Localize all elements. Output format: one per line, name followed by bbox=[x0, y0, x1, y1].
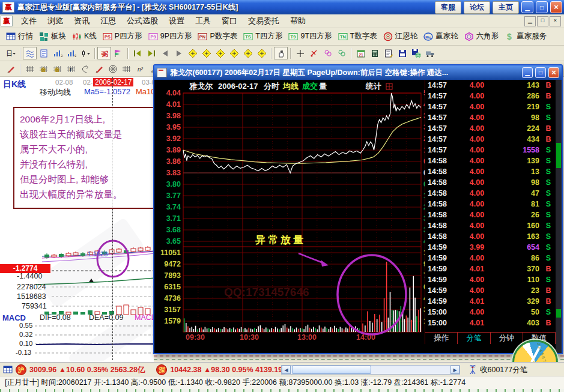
intraday-popup-window[interactable]: 雅戈尔(600177) 2006年02月17日 星期五 PageUp/Down:… bbox=[153, 64, 563, 354]
tab-minute[interactable]: 分钟 bbox=[491, 333, 523, 344]
forum-button[interactable]: 论坛 bbox=[464, 1, 490, 14]
toolbar-button-wheel[interactable]: 江恩轮 bbox=[381, 30, 422, 43]
mdi-close-button[interactable]: × bbox=[550, 16, 561, 26]
menu-item-窗口[interactable]: 窗口 bbox=[216, 16, 243, 26]
toolbar-button-hexagon[interactable]: 六角形 bbox=[462, 30, 503, 43]
mdi-restore-button[interactable]: □ bbox=[537, 16, 548, 26]
toolbar-button-blocks[interactable]: 板块 bbox=[37, 30, 70, 43]
tick-price: 4.00 bbox=[461, 157, 493, 165]
hash-tool-button[interactable] bbox=[23, 62, 37, 75]
svg-text:3.86: 3.86 bbox=[166, 157, 181, 166]
candle-tool-button[interactable] bbox=[78, 47, 92, 59]
hash-f-tool-button[interactable]: F bbox=[64, 62, 78, 75]
toolbar-button-bigwheel[interactable]: Big赢家轮 bbox=[421, 30, 462, 43]
calendar-tool-button[interactable]: 21 bbox=[354, 47, 368, 59]
receive-status-text[interactable]: 收600177分笔 bbox=[480, 365, 527, 375]
menu-item-资讯[interactable]: 资讯 bbox=[68, 16, 95, 26]
gann-tool-button[interactable]: 弼 bbox=[97, 47, 111, 59]
toolbar-button-badge-ts[interactable]: TST四方形 bbox=[241, 30, 286, 43]
truck-tool-button[interactable] bbox=[423, 47, 437, 59]
calc-tool-button[interactable] bbox=[368, 47, 381, 59]
toolbar-button-badge-tn[interactable]: TNT数字表 bbox=[336, 30, 381, 43]
svg-text:P9: P9 bbox=[150, 34, 156, 40]
magtool-tool-button[interactable] bbox=[321, 47, 335, 59]
brush-tool-button[interactable] bbox=[92, 62, 106, 75]
brush-tool-button[interactable] bbox=[4, 62, 17, 75]
popup-titlebar[interactable]: 雅戈尔(600177) 2006年02月17日 星期五 PageUp/Down:… bbox=[154, 65, 562, 80]
popup-close-button[interactable]: × bbox=[548, 67, 559, 78]
wave3-tool-button[interactable]: 3 bbox=[50, 47, 64, 59]
popup-maximize-button[interactable]: □ bbox=[535, 67, 546, 78]
nav-last-tool-button[interactable] bbox=[144, 47, 158, 59]
tick-side: B bbox=[544, 319, 553, 327]
hand-tool-button[interactable] bbox=[274, 47, 288, 59]
diamond-tool-button[interactable] bbox=[255, 47, 268, 59]
popup-scrollbar[interactable] bbox=[556, 80, 562, 353]
scrollbar-thumb[interactable] bbox=[292, 366, 371, 374]
note-tool-button[interactable] bbox=[37, 47, 50, 59]
period-label[interactable]: 日K线 bbox=[3, 79, 26, 90]
macd-label[interactable]: MACD bbox=[2, 313, 26, 322]
cross-tool-button[interactable] bbox=[293, 47, 307, 59]
menu-item-江恩[interactable]: 江恩 bbox=[95, 16, 121, 26]
hash-gold-tool-button[interactable]: 金 bbox=[37, 62, 50, 75]
nav-next-tool-button[interactable] bbox=[172, 47, 186, 59]
homepage-button[interactable]: 主页 bbox=[493, 1, 519, 14]
customer-service-button[interactable]: 客服 bbox=[435, 1, 461, 14]
minimize-button[interactable]: ▁ bbox=[521, 1, 533, 13]
tick-price: 4.00 bbox=[461, 113, 493, 122]
diamond-tool-button[interactable] bbox=[227, 47, 241, 59]
tick-list-panel[interactable]: 14:574.00143B14:574.00286B14:574.00219S1… bbox=[425, 80, 556, 332]
menu-item-设置[interactable]: 设置 bbox=[163, 16, 190, 26]
curl-tool-button[interactable] bbox=[78, 62, 92, 75]
scrollbar-thumb[interactable] bbox=[556, 143, 561, 168]
menu-item-工具[interactable]: 工具 bbox=[190, 16, 216, 26]
menu-item-文件[interactable]: 文件 bbox=[16, 16, 42, 26]
horizontal-scrollbar[interactable]: ◀ ▶ bbox=[281, 365, 460, 375]
day-tool-button[interactable]: 日 bbox=[4, 47, 17, 59]
nav-prev-tool-button[interactable] bbox=[158, 47, 172, 59]
wave9-tool-button[interactable]: 9 bbox=[64, 47, 78, 59]
globe-tool-button[interactable] bbox=[409, 47, 423, 59]
quote-grid-icon[interactable] bbox=[3, 365, 13, 375]
net-tool-button[interactable] bbox=[23, 47, 37, 59]
diamond-tool-button[interactable] bbox=[213, 47, 227, 59]
toolbar-button-badge-t9[interactable]: T99T四方形 bbox=[286, 30, 335, 43]
menu-item-公式选股[interactable]: 公式选股 bbox=[121, 16, 163, 26]
mdi-minimize-button[interactable]: ▁ bbox=[524, 16, 536, 26]
diamond-tool-button[interactable] bbox=[199, 47, 213, 59]
diamond-tool-button[interactable] bbox=[186, 47, 199, 59]
hash-tool-button[interactable] bbox=[120, 62, 133, 75]
notepad-tool-button[interactable] bbox=[381, 47, 395, 59]
n2-tool-button[interactable]: n² bbox=[133, 62, 147, 75]
toolbar-button-badge-ps[interactable]: PSP四方形 bbox=[100, 30, 146, 43]
tab-tick[interactable]: 分笔 bbox=[458, 333, 490, 344]
toolbar-button-dollar[interactable]: $赢家服务 bbox=[502, 30, 550, 43]
close-button[interactable]: × bbox=[550, 1, 562, 13]
flag-tool-button[interactable] bbox=[111, 47, 125, 59]
greentool-tool-button[interactable] bbox=[335, 47, 348, 59]
tick-price: 4.00 bbox=[461, 222, 493, 230]
scroll-right-arrow[interactable]: ▶ bbox=[450, 366, 459, 374]
menu-item-交易委托[interactable]: 交易委托 bbox=[243, 16, 285, 26]
wheel-hash-tool-button[interactable] bbox=[106, 62, 120, 75]
menu-item-浏览[interactable]: 浏览 bbox=[42, 16, 68, 26]
toolbar-button-candles[interactable]: K线 bbox=[70, 30, 100, 43]
nav-first-tool-button[interactable] bbox=[130, 47, 144, 59]
tick-volume: 434 bbox=[493, 135, 544, 143]
hash-gold-tool-button[interactable]: 金 bbox=[50, 62, 64, 75]
toolbar-button-grid[interactable]: 行情 bbox=[4, 30, 37, 43]
scroll-left-arrow[interactable]: ◀ bbox=[282, 366, 291, 374]
diamond-tool-button[interactable] bbox=[241, 47, 255, 59]
disk-tool-button[interactable] bbox=[395, 47, 409, 59]
popup-minimize-button[interactable]: ▁ bbox=[522, 67, 533, 78]
menu-item-帮助[interactable]: 帮助 bbox=[285, 16, 311, 26]
tab-operation[interactable]: 操作 bbox=[425, 333, 458, 344]
maximize-button[interactable]: □ bbox=[536, 1, 548, 13]
intraday-chart[interactable]: 4.044.013.983.953.923.893.863.833.803.77… bbox=[154, 80, 425, 353]
redx-tool-button[interactable] bbox=[307, 47, 321, 59]
shanghai-index-text: 3009.96 ▲10.60 0.35% 2563.28亿 bbox=[29, 365, 145, 375]
tick-volume: 654 bbox=[493, 243, 544, 252]
toolbar-button-badge-pn[interactable]: PNP数字表 bbox=[195, 30, 241, 43]
toolbar-button-badge-p9[interactable]: P99P四方形 bbox=[146, 30, 196, 43]
